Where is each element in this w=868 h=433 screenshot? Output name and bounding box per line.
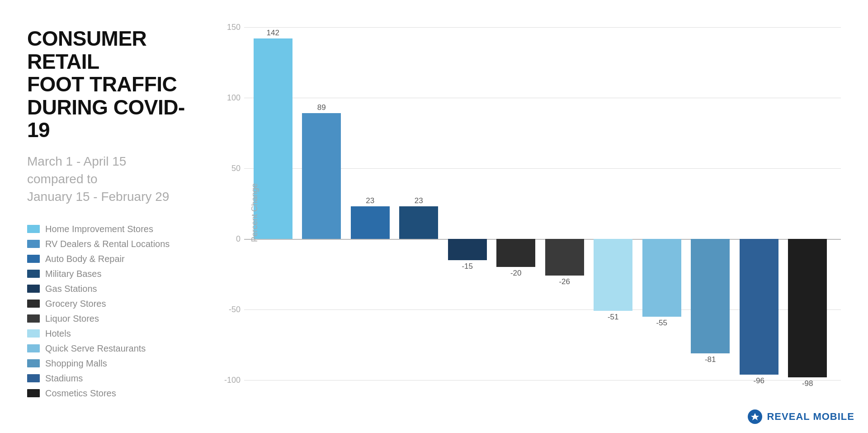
bar-rect [691, 239, 730, 353]
legend-label: Military Bases [45, 269, 101, 279]
bar-group: -98 [783, 27, 832, 380]
bar-value-label: -55 [656, 319, 667, 328]
legend-label: RV Dealers & Rental Locations [45, 239, 170, 249]
y-label: -50 [229, 305, 241, 314]
legend: Home Improvement Stores RV Dealers & Ren… [27, 224, 199, 399]
legend-swatch [27, 389, 40, 397]
y-label: -100 [224, 376, 241, 385]
legend-label: Home Improvement Stores [45, 224, 153, 234]
bar-rect [302, 113, 341, 239]
legend-swatch [27, 344, 40, 352]
y-label: 150 [227, 23, 241, 32]
legend-item: Liquor Stores [27, 314, 199, 324]
legend-swatch [27, 240, 40, 248]
legend-item: Home Improvement Stores [27, 224, 199, 234]
brand-name: REVEAL MOBILE [767, 411, 854, 423]
legend-label: Liquor Stores [45, 314, 99, 324]
bar-rect [254, 38, 292, 239]
legend-swatch [27, 300, 40, 308]
legend-item: Military Bases [27, 269, 199, 279]
bar-rect [788, 239, 827, 377]
bar-group: -51 [589, 27, 638, 380]
bar-rect [399, 206, 438, 239]
legend-item: Shopping Malls [27, 358, 199, 369]
bar-value-label: 23 [415, 196, 423, 205]
bar-value-label: 142 [267, 29, 279, 38]
legend-item: Gas Stations [27, 284, 199, 294]
legend-swatch [27, 374, 40, 382]
y-label: 100 [227, 93, 241, 103]
legend-label: Grocery Stores [45, 299, 106, 309]
bar-rect [740, 239, 778, 375]
legend-label: Hotels [45, 328, 71, 339]
bar-rect [496, 239, 535, 267]
bar-value-label: -20 [510, 269, 522, 278]
legend-swatch [27, 329, 40, 338]
bar-value-label: -81 [705, 355, 716, 364]
main-container: CONSUMER RETAIL FOOT TRAFFIC DURING COVI… [0, 0, 868, 433]
legend-item: Cosmetics Stores [27, 388, 199, 399]
bar-value-label: -98 [802, 379, 813, 388]
bar-group: 23 [346, 27, 395, 380]
bars-container: 142892323-15-20-26-51-55-81-96-98 [249, 27, 832, 380]
legend-item: Quick Serve Restaurants [27, 343, 199, 354]
legend-label: Stadiums [45, 373, 83, 384]
bar-rect [594, 239, 632, 311]
grid-line [244, 380, 841, 381]
legend-label: Shopping Malls [45, 358, 107, 369]
y-label: 0 [236, 234, 241, 244]
legend-label: Auto Body & Repair [45, 254, 125, 264]
brand-icon [748, 409, 762, 424]
legend-item: RV Dealers & Rental Locations [27, 239, 199, 249]
legend-swatch [27, 225, 40, 233]
bar-rect [642, 239, 681, 317]
bar-rect [545, 239, 584, 276]
legend-label: Cosmetics Stores [45, 388, 116, 399]
bar-value-label: 89 [317, 103, 326, 112]
bar-value-label: -26 [559, 277, 570, 286]
legend-label: Gas Stations [45, 284, 97, 294]
bar-group: -15 [443, 27, 492, 380]
legend-swatch [27, 314, 40, 323]
bar-value-label: -15 [462, 262, 473, 271]
legend-swatch [27, 285, 40, 293]
y-axis: 150100500-50-100 [217, 27, 244, 398]
bar-group: 89 [297, 27, 346, 380]
bar-group: -96 [735, 27, 783, 380]
branding: REVEAL MOBILE [748, 409, 854, 424]
left-panel: CONSUMER RETAIL FOOT TRAFFIC DURING COVI… [27, 18, 217, 399]
date-range: March 1 - April 15 compared to January 1… [27, 152, 199, 206]
svg-marker-0 [751, 413, 759, 420]
legend-swatch [27, 255, 40, 263]
bar-group: -55 [637, 27, 686, 380]
bar-group: -26 [540, 27, 589, 380]
legend-item: Grocery Stores [27, 299, 199, 309]
legend-item: Stadiums [27, 373, 199, 384]
legend-swatch [27, 270, 40, 278]
legend-item: Auto Body & Repair [27, 254, 199, 264]
legend-item: Hotels [27, 328, 199, 339]
bar-group: 23 [395, 27, 443, 380]
chart-title: CONSUMER RETAIL FOOT TRAFFIC DURING COVI… [27, 27, 199, 142]
y-label: 50 [231, 164, 241, 173]
bar-value-label: 23 [366, 196, 374, 205]
legend-label: Quick Serve Restaurants [45, 343, 146, 354]
legend-swatch [27, 359, 40, 367]
bar-group: -81 [686, 27, 735, 380]
chart-area: Percent Change 150100500-50-100 14289232… [217, 18, 841, 415]
bar-rect [351, 206, 390, 239]
bar-value-label: -96 [753, 376, 764, 385]
bar-value-label: -51 [608, 313, 619, 322]
bar-group: -20 [492, 27, 541, 380]
chart-inner: Percent Change 150100500-50-100 14289232… [217, 27, 841, 398]
y-axis-title: Percent Change [250, 183, 259, 242]
bar-rect [448, 239, 487, 260]
